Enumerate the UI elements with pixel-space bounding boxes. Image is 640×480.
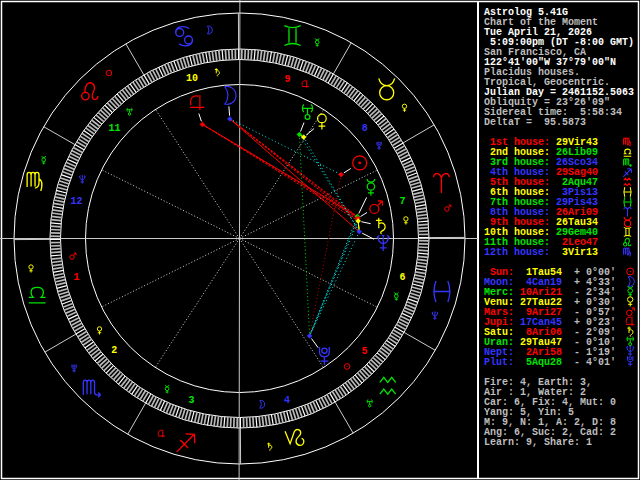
svg-text:3Vir13: 3Vir13 (556, 247, 598, 258)
svg-text:- 4°01': - 4°01' (574, 357, 616, 368)
svg-text:1: 1 (73, 272, 79, 283)
svg-text:6: 6 (399, 272, 405, 283)
svg-text:Plut:: Plut: (484, 357, 514, 368)
svg-text:5Aqu28: 5Aqu28 (520, 357, 562, 368)
svg-text:11: 11 (108, 123, 120, 134)
svg-text:7: 7 (400, 196, 406, 207)
svg-text:12: 12 (70, 196, 82, 207)
svg-text:3: 3 (189, 395, 195, 406)
svg-text:9: 9 (284, 74, 290, 85)
svg-text:5: 5 (361, 346, 367, 357)
svg-text:10: 10 (186, 73, 198, 84)
svg-text:2: 2 (111, 345, 117, 356)
svg-text:4: 4 (284, 395, 290, 406)
svg-text:DeltaT = 95.5873: DeltaT = 95.5873 (484, 117, 586, 128)
svg-text:Learn: 9, Share: 1: Learn: 9, Share: 1 (484, 437, 592, 448)
svg-text:12th house:: 12th house: (484, 247, 550, 258)
svg-text:8: 8 (362, 123, 368, 134)
